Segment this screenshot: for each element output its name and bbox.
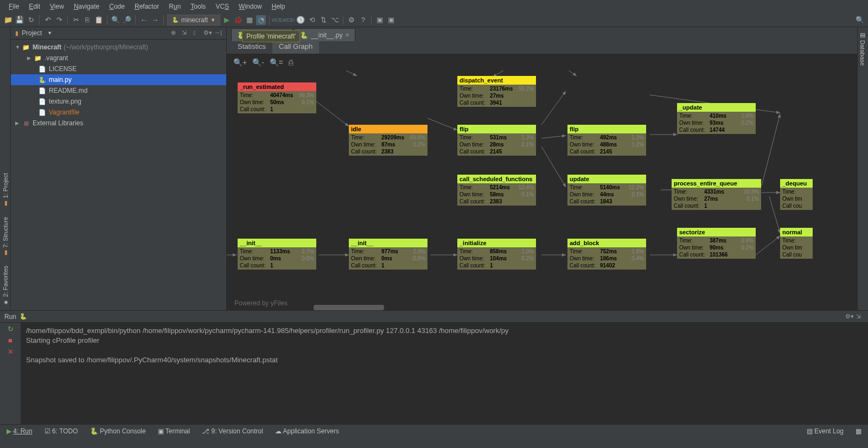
vcs-commit-icon[interactable]: VCS↑ bbox=[284, 15, 294, 25]
run-hide-icon[interactable]: ⇲ bbox=[856, 313, 864, 320]
menu-navigate[interactable]: Navigate bbox=[69, 1, 104, 12]
cut-icon[interactable]: ✂ bbox=[71, 15, 81, 25]
replace-icon[interactable]: 🔎 bbox=[122, 15, 132, 25]
status-version-control[interactable]: ⎇ 9: Version Control bbox=[202, 427, 263, 435]
stop-icon[interactable]: ■ bbox=[8, 336, 12, 344]
coverage-icon[interactable]: ▦ bbox=[245, 15, 254, 25]
run-config-selector[interactable]: 🐍minecraft▼ bbox=[167, 15, 220, 25]
node-flip-1[interactable]: flipTime:531ms1.3%Own time:28ms0.1%Call … bbox=[457, 125, 536, 156]
node-flip-2[interactable]: flipTime:492ms1.2%Own time:488ms1.2%Call… bbox=[567, 125, 646, 156]
run-title: Run bbox=[4, 313, 16, 321]
run-icon[interactable]: ▶ bbox=[222, 15, 232, 25]
menu-edit[interactable]: Edit bbox=[24, 1, 44, 12]
tb-extra2-icon[interactable]: ▣ bbox=[386, 15, 396, 25]
strip-structure[interactable]: ▮ 7: Structure bbox=[2, 217, 9, 257]
open-icon[interactable]: 📁 bbox=[3, 15, 13, 25]
status-todo[interactable]: ☑ 6: TODO bbox=[44, 427, 78, 435]
tree-main-py[interactable]: 🐍main.py bbox=[11, 74, 226, 85]
call-graph-canvas[interactable]: _run_estimatedTime:40474ms96.3%Own time:… bbox=[227, 71, 857, 310]
undo-icon[interactable]: ↶ bbox=[43, 15, 53, 25]
status-event-log[interactable]: ▤ Event Log bbox=[807, 427, 844, 435]
hide-panel-icon[interactable]: →| bbox=[214, 29, 222, 37]
node-sectorize[interactable]: sectorizeTime:387ms0.9%Own time:90ms0.2%… bbox=[677, 228, 756, 259]
zoom-in-icon[interactable]: 🔍+ bbox=[233, 58, 247, 67]
node-init-1[interactable]: __init__Time:1133ms2.7%Own time:0ms0.0%C… bbox=[238, 239, 316, 270]
status-python-console[interactable]: 🐍 Python Console bbox=[90, 427, 146, 435]
paste-icon[interactable]: 📋 bbox=[94, 15, 104, 25]
status-run[interactable]: ▶ 4: Run bbox=[7, 427, 33, 435]
menu-file[interactable]: File bbox=[4, 1, 23, 12]
menu-view[interactable]: View bbox=[46, 1, 68, 12]
scroll-to-icon[interactable]: ⇲ bbox=[182, 29, 189, 37]
vcs-push-icon[interactable]: ⇅ bbox=[318, 15, 328, 25]
strip-database[interactable]: ▤ Database bbox=[859, 31, 866, 66]
vcs-revert-icon[interactable]: ⟲ bbox=[307, 15, 317, 25]
node-normal[interactable]: normalTime:Own timCall cou bbox=[780, 228, 813, 259]
node-idle[interactable]: idleTime:29209ms69.5%Own time:87ms0.2%Ca… bbox=[349, 125, 427, 156]
menu-refactor[interactable]: Refactor bbox=[130, 1, 163, 12]
zoom-out-icon[interactable]: 🔍- bbox=[252, 58, 264, 67]
redo-icon[interactable]: ↷ bbox=[54, 15, 64, 25]
find-icon[interactable]: 🔍 bbox=[111, 15, 120, 25]
tb-extra1-icon[interactable]: ▣ bbox=[375, 15, 385, 25]
copy-icon[interactable]: ⎘ bbox=[82, 15, 92, 25]
debug-icon[interactable]: 🐞 bbox=[233, 15, 243, 25]
strip-project[interactable]: ▮ 1: Project bbox=[2, 173, 9, 207]
profile-icon[interactable]: ◔ bbox=[256, 15, 266, 25]
node-dequeue[interactable]: _dequeuTime:Own timCall cou bbox=[780, 179, 813, 210]
close-run-icon[interactable]: ✕ bbox=[8, 348, 14, 356]
collapse-all-icon[interactable]: ⊕ bbox=[171, 29, 178, 37]
node-call-scheduled[interactable]: call_scheduled_functionsTime:5214ms12.4%… bbox=[457, 175, 536, 206]
node-dispatch-event[interactable]: dispatch_eventTime:23176ms55.2%Own time:… bbox=[457, 76, 536, 107]
node-update-underscore[interactable]: _updateTime:410ms1.0%Own time:93ms0.2%Ca… bbox=[677, 103, 756, 134]
vcs-branch-icon[interactable]: ⌥ bbox=[330, 15, 340, 25]
panel-settings-icon[interactable]: ⚙▾ bbox=[203, 29, 211, 37]
menu-code[interactable]: Code bbox=[105, 1, 129, 12]
run-settings-icon[interactable]: ⚙▾ bbox=[845, 313, 853, 320]
menu-tools[interactable]: Tools bbox=[186, 1, 210, 12]
menu-run[interactable]: Run bbox=[164, 1, 185, 12]
vcs-update-icon[interactable]: VCS↓ bbox=[273, 15, 283, 25]
node-init-2[interactable]: __init__Time:977ms2.3%Own time:0ms0.0%Ca… bbox=[349, 239, 427, 270]
back-icon[interactable]: ← bbox=[139, 15, 149, 25]
tree-texture[interactable]: 📄texture.png bbox=[11, 96, 226, 107]
rerun-icon[interactable]: ↻ bbox=[8, 325, 14, 333]
tree-external-libs[interactable]: ▶⊞External Libraries bbox=[11, 118, 226, 129]
console-output[interactable]: /home/filippov/bdd_exmpl/bin/python /hom… bbox=[21, 323, 868, 424]
help-icon[interactable]: ? bbox=[358, 15, 368, 25]
tree-root[interactable]: ▼📁 Minecraft (~/work/pythonproj/Minecraf… bbox=[11, 42, 226, 53]
node-initialize[interactable]: _initializeTime:858ms2.0%Own time:104ms0… bbox=[457, 239, 536, 270]
tree-vagrantfile[interactable]: 📄Vagrantfile bbox=[11, 107, 226, 118]
status-terminal[interactable]: ▣ Terminal bbox=[158, 427, 190, 435]
settings-icon[interactable]: ⚙ bbox=[347, 15, 356, 25]
scroll-from-icon[interactable]: ⎀ bbox=[193, 29, 200, 37]
zoom-reset-icon[interactable]: 🔍= bbox=[270, 58, 283, 67]
status-app-servers[interactable]: ☁ Application Servers bbox=[275, 427, 339, 435]
search-everywhere-icon[interactable]: 🔍 bbox=[855, 15, 865, 25]
graph-toolbar: 🔍+ 🔍- 🔍= ⎙ bbox=[227, 54, 857, 71]
save-icon[interactable]: 💾 bbox=[15, 15, 24, 25]
profile-tooltip: Profile 'minecraft' bbox=[242, 30, 300, 42]
main-toolbar: 📁 💾 ↻ ↶ ↷ ✂ ⎘ 📋 🔍 🔎 ← → 🐍minecraft▼ ▶ 🐞 … bbox=[0, 13, 868, 27]
tree-vagrant[interactable]: ▶📁.vagrant bbox=[11, 53, 226, 63]
node-update[interactable]: updateTime:5140ms12.2%Own time:44ms0.1%C… bbox=[567, 175, 646, 206]
status-corner-icon[interactable]: ▦ bbox=[856, 427, 861, 435]
node-run-estimated[interactable]: _run_estimatedTime:40474ms96.3%Own time:… bbox=[238, 82, 316, 113]
svg-line-1 bbox=[346, 71, 357, 76]
strip-favorites[interactable]: ★ 2: Favorites bbox=[2, 266, 9, 306]
sync-icon[interactable]: ↻ bbox=[26, 15, 36, 25]
tree-readme[interactable]: 📄README.md bbox=[11, 85, 226, 96]
tab-init[interactable]: 🐍__init__.py✕ bbox=[294, 28, 355, 41]
export-icon[interactable]: ⎙ bbox=[289, 58, 293, 67]
right-tool-strip: ▤ Database bbox=[857, 27, 868, 310]
horizontal-scrollbar[interactable] bbox=[314, 305, 384, 310]
vcs-history-icon[interactable]: 🕓 bbox=[296, 15, 305, 25]
menu-help[interactable]: Help bbox=[267, 1, 290, 12]
run-gutter: ↻ ■ ✕ bbox=[0, 323, 21, 424]
node-add-block[interactable]: add_blockTime:752ms1.8%Own time:186ms0.4… bbox=[567, 239, 646, 270]
node-process-queue[interactable]: process_entire_queueTime:4331ms10.3%Own … bbox=[672, 179, 761, 210]
menu-window[interactable]: Window bbox=[234, 1, 266, 12]
menu-vcs[interactable]: VCS bbox=[211, 1, 233, 12]
forward-icon[interactable]: → bbox=[150, 15, 160, 25]
tree-license[interactable]: 📄LICENSE bbox=[11, 63, 226, 74]
